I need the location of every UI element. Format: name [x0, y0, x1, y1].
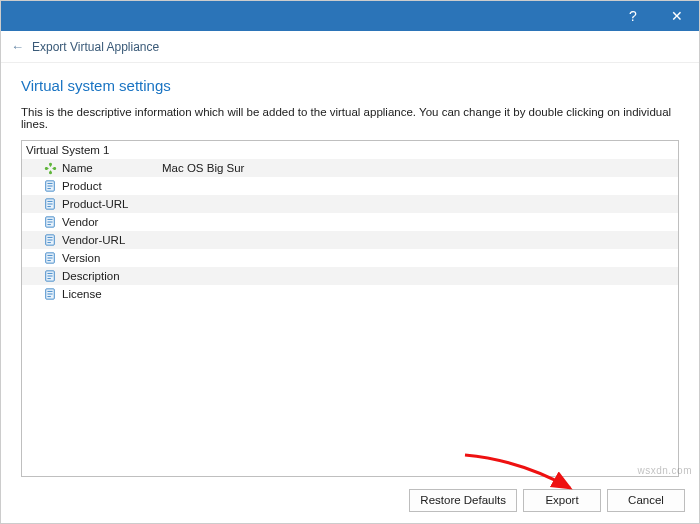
close-button[interactable]: ✕ — [655, 1, 699, 31]
property-label: Name — [62, 162, 162, 174]
back-icon[interactable]: ← — [11, 39, 24, 54]
help-button[interactable]: ? — [611, 1, 655, 31]
sub-header: ← Export Virtual Appliance — [1, 31, 699, 63]
document-icon — [42, 215, 58, 229]
document-icon — [42, 179, 58, 193]
property-label: Product — [62, 180, 162, 192]
property-row-product-url[interactable]: Product-URL — [22, 195, 678, 213]
document-icon — [42, 287, 58, 301]
system-row[interactable]: Virtual System 1 — [22, 141, 678, 159]
property-value: Mac OS Big Sur — [162, 162, 678, 174]
property-row-description[interactable]: Description — [22, 267, 678, 285]
clover-icon — [42, 161, 58, 175]
document-icon — [42, 233, 58, 247]
property-label: Vendor — [62, 216, 162, 228]
properties-list[interactable]: Virtual System 1 Name Mac OS Big Sur Pro… — [21, 140, 679, 477]
property-label: Product-URL — [62, 198, 162, 210]
restore-defaults-button[interactable]: Restore Defaults — [409, 489, 517, 512]
property-row-vendor-url[interactable]: Vendor-URL — [22, 231, 678, 249]
property-label: Vendor-URL — [62, 234, 162, 246]
content-area: Virtual system settings This is the desc… — [1, 63, 699, 477]
property-label: Version — [62, 252, 162, 264]
property-row-license[interactable]: License — [22, 285, 678, 303]
dialog-window: ? ✕ ← Export Virtual Appliance Virtual s… — [0, 0, 700, 524]
export-button[interactable]: Export — [523, 489, 601, 512]
system-title: Virtual System 1 — [26, 144, 110, 156]
property-row-vendor[interactable]: Vendor — [22, 213, 678, 231]
cancel-button[interactable]: Cancel — [607, 489, 685, 512]
title-bar: ? ✕ — [1, 1, 699, 31]
section-description: This is the descriptive information whic… — [21, 106, 679, 130]
property-row-version[interactable]: Version — [22, 249, 678, 267]
property-row-name[interactable]: Name Mac OS Big Sur — [22, 159, 678, 177]
property-label: License — [62, 288, 162, 300]
property-label: Description — [62, 270, 162, 282]
document-icon — [42, 269, 58, 283]
dialog-footer: Restore Defaults Export Cancel — [1, 477, 699, 523]
property-row-product[interactable]: Product — [22, 177, 678, 195]
document-icon — [42, 197, 58, 211]
section-heading: Virtual system settings — [21, 77, 679, 94]
dialog-title: Export Virtual Appliance — [32, 40, 159, 54]
document-icon — [42, 251, 58, 265]
